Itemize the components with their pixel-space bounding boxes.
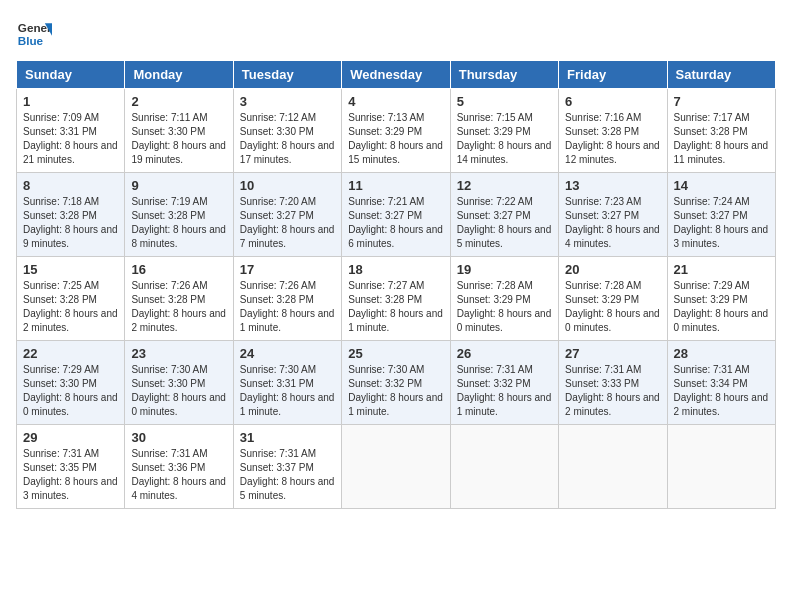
- day-info: Sunrise: 7:13 AMSunset: 3:29 PMDaylight:…: [348, 112, 443, 165]
- day-header-saturday: Saturday: [667, 61, 775, 89]
- day-header-wednesday: Wednesday: [342, 61, 450, 89]
- day-number: 29: [23, 430, 118, 445]
- day-header-tuesday: Tuesday: [233, 61, 341, 89]
- day-info: Sunrise: 7:29 AMSunset: 3:30 PMDaylight:…: [23, 364, 118, 417]
- calendar-day-cell: 8 Sunrise: 7:18 AMSunset: 3:28 PMDayligh…: [17, 173, 125, 257]
- day-info: Sunrise: 7:26 AMSunset: 3:28 PMDaylight:…: [240, 280, 335, 333]
- day-number: 24: [240, 346, 335, 361]
- calendar-week-row: 8 Sunrise: 7:18 AMSunset: 3:28 PMDayligh…: [17, 173, 776, 257]
- day-number: 26: [457, 346, 552, 361]
- day-info: Sunrise: 7:19 AMSunset: 3:28 PMDaylight:…: [131, 196, 226, 249]
- calendar-week-row: 15 Sunrise: 7:25 AMSunset: 3:28 PMDaylig…: [17, 257, 776, 341]
- day-header-sunday: Sunday: [17, 61, 125, 89]
- calendar-day-cell: 5 Sunrise: 7:15 AMSunset: 3:29 PMDayligh…: [450, 89, 558, 173]
- calendar-day-cell: 12 Sunrise: 7:22 AMSunset: 3:27 PMDaylig…: [450, 173, 558, 257]
- day-number: 30: [131, 430, 226, 445]
- day-info: Sunrise: 7:23 AMSunset: 3:27 PMDaylight:…: [565, 196, 660, 249]
- day-number: 1: [23, 94, 118, 109]
- day-info: Sunrise: 7:26 AMSunset: 3:28 PMDaylight:…: [131, 280, 226, 333]
- day-info: Sunrise: 7:27 AMSunset: 3:28 PMDaylight:…: [348, 280, 443, 333]
- day-number: 25: [348, 346, 443, 361]
- calendar-day-cell: 3 Sunrise: 7:12 AMSunset: 3:30 PMDayligh…: [233, 89, 341, 173]
- day-number: 22: [23, 346, 118, 361]
- calendar-day-cell: 22 Sunrise: 7:29 AMSunset: 3:30 PMDaylig…: [17, 341, 125, 425]
- day-info: Sunrise: 7:15 AMSunset: 3:29 PMDaylight:…: [457, 112, 552, 165]
- day-number: 28: [674, 346, 769, 361]
- day-info: Sunrise: 7:22 AMSunset: 3:27 PMDaylight:…: [457, 196, 552, 249]
- day-number: 27: [565, 346, 660, 361]
- day-info: Sunrise: 7:20 AMSunset: 3:27 PMDaylight:…: [240, 196, 335, 249]
- day-number: 11: [348, 178, 443, 193]
- day-header-thursday: Thursday: [450, 61, 558, 89]
- calendar-day-cell: 18 Sunrise: 7:27 AMSunset: 3:28 PMDaylig…: [342, 257, 450, 341]
- page-header: General Blue: [16, 16, 776, 52]
- calendar-week-row: 22 Sunrise: 7:29 AMSunset: 3:30 PMDaylig…: [17, 341, 776, 425]
- day-info: Sunrise: 7:25 AMSunset: 3:28 PMDaylight:…: [23, 280, 118, 333]
- calendar-day-cell: 29 Sunrise: 7:31 AMSunset: 3:35 PMDaylig…: [17, 425, 125, 509]
- day-info: Sunrise: 7:30 AMSunset: 3:30 PMDaylight:…: [131, 364, 226, 417]
- day-number: 6: [565, 94, 660, 109]
- day-number: 31: [240, 430, 335, 445]
- calendar-day-cell: 2 Sunrise: 7:11 AMSunset: 3:30 PMDayligh…: [125, 89, 233, 173]
- day-info: Sunrise: 7:31 AMSunset: 3:36 PMDaylight:…: [131, 448, 226, 501]
- day-header-monday: Monday: [125, 61, 233, 89]
- day-number: 8: [23, 178, 118, 193]
- calendar-day-cell: 23 Sunrise: 7:30 AMSunset: 3:30 PMDaylig…: [125, 341, 233, 425]
- logo-icon: General Blue: [16, 16, 52, 52]
- svg-text:General: General: [18, 21, 52, 34]
- day-number: 18: [348, 262, 443, 277]
- calendar-header-row: SundayMondayTuesdayWednesdayThursdayFrid…: [17, 61, 776, 89]
- day-info: Sunrise: 7:12 AMSunset: 3:30 PMDaylight:…: [240, 112, 335, 165]
- calendar-day-cell: 26 Sunrise: 7:31 AMSunset: 3:32 PMDaylig…: [450, 341, 558, 425]
- day-info: Sunrise: 7:24 AMSunset: 3:27 PMDaylight:…: [674, 196, 769, 249]
- calendar-day-cell: 30 Sunrise: 7:31 AMSunset: 3:36 PMDaylig…: [125, 425, 233, 509]
- day-number: 4: [348, 94, 443, 109]
- empty-cell: [559, 425, 667, 509]
- day-info: Sunrise: 7:31 AMSunset: 3:34 PMDaylight:…: [674, 364, 769, 417]
- day-info: Sunrise: 7:16 AMSunset: 3:28 PMDaylight:…: [565, 112, 660, 165]
- calendar-day-cell: 20 Sunrise: 7:28 AMSunset: 3:29 PMDaylig…: [559, 257, 667, 341]
- day-info: Sunrise: 7:31 AMSunset: 3:37 PMDaylight:…: [240, 448, 335, 501]
- calendar-day-cell: 9 Sunrise: 7:19 AMSunset: 3:28 PMDayligh…: [125, 173, 233, 257]
- calendar-week-row: 29 Sunrise: 7:31 AMSunset: 3:35 PMDaylig…: [17, 425, 776, 509]
- day-info: Sunrise: 7:30 AMSunset: 3:31 PMDaylight:…: [240, 364, 335, 417]
- day-info: Sunrise: 7:30 AMSunset: 3:32 PMDaylight:…: [348, 364, 443, 417]
- calendar-day-cell: 6 Sunrise: 7:16 AMSunset: 3:28 PMDayligh…: [559, 89, 667, 173]
- day-number: 20: [565, 262, 660, 277]
- day-info: Sunrise: 7:29 AMSunset: 3:29 PMDaylight:…: [674, 280, 769, 333]
- day-number: 3: [240, 94, 335, 109]
- day-number: 5: [457, 94, 552, 109]
- day-number: 7: [674, 94, 769, 109]
- calendar-day-cell: 1 Sunrise: 7:09 AMSunset: 3:31 PMDayligh…: [17, 89, 125, 173]
- calendar-day-cell: 25 Sunrise: 7:30 AMSunset: 3:32 PMDaylig…: [342, 341, 450, 425]
- calendar-day-cell: 14 Sunrise: 7:24 AMSunset: 3:27 PMDaylig…: [667, 173, 775, 257]
- day-number: 10: [240, 178, 335, 193]
- day-info: Sunrise: 7:28 AMSunset: 3:29 PMDaylight:…: [565, 280, 660, 333]
- day-number: 12: [457, 178, 552, 193]
- day-info: Sunrise: 7:09 AMSunset: 3:31 PMDaylight:…: [23, 112, 118, 165]
- calendar-day-cell: 10 Sunrise: 7:20 AMSunset: 3:27 PMDaylig…: [233, 173, 341, 257]
- day-info: Sunrise: 7:28 AMSunset: 3:29 PMDaylight:…: [457, 280, 552, 333]
- day-header-friday: Friday: [559, 61, 667, 89]
- day-number: 14: [674, 178, 769, 193]
- day-info: Sunrise: 7:18 AMSunset: 3:28 PMDaylight:…: [23, 196, 118, 249]
- calendar-day-cell: 16 Sunrise: 7:26 AMSunset: 3:28 PMDaylig…: [125, 257, 233, 341]
- day-info: Sunrise: 7:17 AMSunset: 3:28 PMDaylight:…: [674, 112, 769, 165]
- calendar-day-cell: 17 Sunrise: 7:26 AMSunset: 3:28 PMDaylig…: [233, 257, 341, 341]
- day-info: Sunrise: 7:21 AMSunset: 3:27 PMDaylight:…: [348, 196, 443, 249]
- calendar-day-cell: 15 Sunrise: 7:25 AMSunset: 3:28 PMDaylig…: [17, 257, 125, 341]
- calendar-table: SundayMondayTuesdayWednesdayThursdayFrid…: [16, 60, 776, 509]
- day-number: 2: [131, 94, 226, 109]
- day-info: Sunrise: 7:31 AMSunset: 3:33 PMDaylight:…: [565, 364, 660, 417]
- day-number: 21: [674, 262, 769, 277]
- day-number: 16: [131, 262, 226, 277]
- calendar-day-cell: 19 Sunrise: 7:28 AMSunset: 3:29 PMDaylig…: [450, 257, 558, 341]
- calendar-day-cell: 13 Sunrise: 7:23 AMSunset: 3:27 PMDaylig…: [559, 173, 667, 257]
- calendar-day-cell: 11 Sunrise: 7:21 AMSunset: 3:27 PMDaylig…: [342, 173, 450, 257]
- day-info: Sunrise: 7:31 AMSunset: 3:32 PMDaylight:…: [457, 364, 552, 417]
- empty-cell: [667, 425, 775, 509]
- day-number: 17: [240, 262, 335, 277]
- day-number: 15: [23, 262, 118, 277]
- svg-text:Blue: Blue: [18, 34, 44, 47]
- empty-cell: [450, 425, 558, 509]
